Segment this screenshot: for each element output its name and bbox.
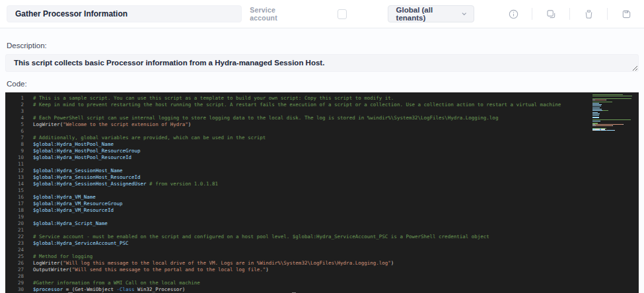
chevron-down-icon (461, 11, 467, 17)
code-line[interactable]: 24 (5, 247, 639, 253)
code-line-text: # Service account - must be enabled on t… (33, 234, 489, 240)
code-line[interactable]: 29#Gather information from a WMI Call on… (5, 280, 639, 286)
code-line-text: $global:Hydra_HostPool_ResourceGroup (33, 148, 141, 154)
tenant-dropdown-value: Global (all tenants) (396, 6, 461, 22)
line-number: 27 (5, 267, 24, 273)
minimap[interactable] (591, 94, 633, 132)
line-number: 14 (5, 181, 24, 187)
divider (532, 8, 532, 20)
duplicate-icon (546, 9, 556, 19)
line-number: 22 (5, 234, 24, 240)
divider (569, 8, 570, 20)
line-number: 16 (5, 194, 24, 201)
code-line-text: # Method for logging (33, 253, 92, 260)
line-number: 5 (5, 121, 24, 128)
code-line[interactable]: 26LogWriter("Will log this message to th… (5, 260, 639, 267)
code-line[interactable]: 14$global:Hydra_SessionHost_AssignedUser… (5, 181, 639, 187)
code-line[interactable]: 20$global:Hydra_Script_Name (5, 220, 639, 227)
line-number: 10 (5, 154, 24, 161)
code-line-text: $processor = (Get-WmiObject -Class Win32… (33, 286, 185, 293)
line-number: 2 (5, 102, 24, 108)
code-line[interactable]: 3 (5, 108, 639, 115)
code-line-text: # This is a sample script. You can use t… (33, 95, 394, 102)
code-line[interactable]: 11 (5, 161, 639, 168)
code-line[interactable]: 28 (5, 273, 639, 280)
code-line[interactable]: 1# This is a sample script. You can use … (5, 95, 639, 102)
code-line-text: $global:Hydra_VM_Name (33, 194, 96, 201)
line-number: 1 (5, 95, 24, 102)
line-number: 24 (5, 247, 24, 253)
code-line[interactable]: 7# Additionally, global variables are pr… (5, 135, 639, 141)
save-button[interactable] (615, 6, 637, 22)
script-name-input[interactable] (7, 5, 242, 22)
code-line[interactable]: 19 (5, 214, 639, 220)
info-icon (509, 9, 519, 19)
code-line-text: $global:Hydra_HostPool_ResourceId (33, 154, 131, 161)
code-line-text: # Keep in mind to prevent restarting the… (33, 102, 561, 108)
toolbar: Service account Global (all tenants) (0, 0, 644, 28)
line-number: 20 (5, 220, 24, 227)
code-line[interactable]: 8$global:Hydra_HostPool_Name (5, 141, 639, 148)
code-line[interactable]: 9$global:Hydra_HostPool_ResourceGroup (5, 148, 639, 154)
line-number: 3 (5, 108, 24, 115)
line-number: 26 (5, 260, 24, 267)
line-number: 23 (5, 240, 24, 247)
trash-icon (584, 9, 594, 19)
code-line[interactable]: 21 (5, 227, 639, 234)
code-line[interactable]: 5LogWriter("Welcome to the script extens… (5, 121, 639, 128)
code-line-text: $global:Hydra_HostPool_Name (33, 141, 114, 148)
code-line-text: # Additionally, global variables are pro… (33, 135, 266, 141)
code-line[interactable]: 27OutputWriter("Will send this message t… (5, 267, 639, 273)
code-line[interactable]: 25# Method for logging (5, 253, 639, 260)
code-line[interactable]: 17$global:Hydra_VM_ResourceGroup (5, 201, 639, 207)
action-bar (502, 6, 637, 22)
line-number: 12 (5, 168, 24, 174)
trash-button[interactable] (577, 6, 600, 22)
code-line-text: $global:Hydra_SessionHost_ResourceId (33, 174, 141, 181)
line-number: 29 (5, 280, 24, 286)
code-line[interactable]: 4# Each PowerShell script can use intern… (5, 115, 639, 121)
code-line-text: $global:Hydra_VM_ResourceId (33, 207, 114, 214)
code-line-text: LogWriter("Will log this message to the … (33, 260, 394, 267)
line-number: 19 (5, 214, 24, 220)
description-textarea[interactable]: This script collects basic Processor inf… (5, 54, 639, 72)
code-line[interactable]: 10$global:Hydra_HostPool_ResourceId (5, 154, 639, 161)
code-line-text: $global:Hydra_VM_ResourceGroup (33, 201, 122, 207)
service-account-label: Service account (250, 6, 298, 22)
code-line[interactable]: 6 (5, 128, 639, 135)
line-number: 7 (5, 135, 24, 141)
line-number: 4 (5, 115, 24, 121)
code-line[interactable]: 13$global:Hydra_SessionHost_ResourceId (5, 174, 639, 181)
code-line[interactable]: 18$global:Hydra_VM_ResourceId (5, 207, 639, 214)
duplicate-button[interactable] (540, 6, 562, 22)
service-account-checkbox[interactable] (338, 9, 346, 19)
description-label: Description: (7, 42, 637, 49)
line-number: 25 (5, 253, 24, 260)
info-button[interactable] (502, 6, 524, 22)
code-line-text: $global:Hydra_SessionHost_Name (33, 168, 122, 174)
code-line-text: $global:Hydra_SessionHost_AssignedUser #… (33, 181, 218, 187)
code-line[interactable]: 16$global:Hydra_VM_Name (5, 194, 639, 201)
code-line[interactable]: 15 (5, 187, 639, 194)
line-number: 8 (5, 141, 24, 148)
script-form: Description: This script collects basic … (0, 42, 644, 293)
line-number: 9 (5, 148, 24, 154)
code-line-text: $global:Hydra_Script_Name (33, 220, 108, 227)
code-line-text: $global:Hydra_ServiceAccount_PSC (33, 240, 129, 247)
code-label: Code: (7, 80, 637, 88)
code-line[interactable]: 22# Service account - must be enabled on… (5, 234, 639, 240)
tenant-dropdown[interactable]: Global (all tenants) (388, 5, 474, 22)
code-line-text: # Each PowerShell script can use interna… (33, 115, 498, 121)
divider (607, 8, 608, 20)
code-line[interactable]: 12$global:Hydra_SessionHost_Name (5, 168, 639, 174)
line-number: 28 (5, 273, 24, 280)
code-line-text: OutputWriter("Will send this message to … (33, 267, 269, 273)
line-number: 17 (5, 201, 24, 207)
code-lines[interactable]: 1# This is a sample script. You can use … (5, 95, 639, 293)
code-line[interactable]: 30$processor = (Get-WmiObject -Class Win… (5, 286, 639, 293)
code-line[interactable]: 23$global:Hydra_ServiceAccount_PSC (5, 240, 639, 247)
code-line[interactable]: 2# Keep in mind to prevent restarting th… (5, 102, 639, 108)
save-icon (622, 9, 631, 19)
code-editor[interactable]: 1# This is a sample script. You can use … (5, 92, 639, 293)
line-number: 6 (5, 128, 24, 135)
